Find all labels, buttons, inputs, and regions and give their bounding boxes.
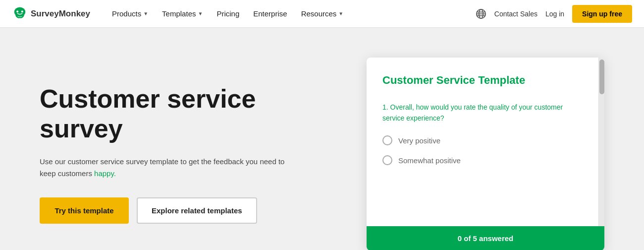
survey-question: 1. Overall, how would you rate the quali… bbox=[382, 102, 583, 124]
hero-left: Customer service survey Use our customer… bbox=[40, 84, 337, 224]
hero-desc-highlight: happy. bbox=[94, 169, 116, 178]
logo[interactable]: SurveyMonkey bbox=[12, 7, 90, 21]
logo-icon bbox=[12, 7, 28, 21]
survey-option-somewhat-positive[interactable]: Somewhat positive bbox=[382, 155, 583, 165]
radio-somewhat-positive[interactable] bbox=[382, 155, 392, 165]
login-button[interactable]: Log in bbox=[545, 10, 564, 18]
globe-icon[interactable] bbox=[476, 8, 486, 19]
nav-label-resources: Resources bbox=[301, 9, 337, 18]
hero-title: Customer service survey bbox=[40, 84, 337, 144]
navbar: SurveyMonkey Products ▼ Templates ▼ Pric… bbox=[0, 0, 644, 28]
chevron-down-icon: ▼ bbox=[338, 11, 343, 16]
hero-desc-text: Use our customer service survey template… bbox=[40, 157, 284, 178]
hero-description: Use our customer service survey template… bbox=[40, 156, 297, 180]
hero-buttons: Try this template Explore related templa… bbox=[40, 197, 337, 224]
scrollbar-thumb bbox=[599, 60, 604, 94]
chevron-down-icon: ▼ bbox=[198, 11, 203, 16]
survey-title: Customer Service Template bbox=[382, 73, 583, 88]
signup-button[interactable]: Sign up free bbox=[572, 5, 632, 23]
nav-item-pricing[interactable]: Pricing bbox=[211, 5, 245, 22]
nav-label-products: Products bbox=[112, 9, 141, 18]
nav-label-pricing: Pricing bbox=[216, 9, 239, 18]
option-label-very-positive: Very positive bbox=[398, 136, 440, 145]
nav-right: Contact Sales Log in Sign up free bbox=[476, 5, 632, 23]
hero-section: Customer service survey Use our customer… bbox=[0, 28, 644, 250]
logo-text: SurveyMonkey bbox=[31, 9, 90, 19]
survey-options: Very positive Somewhat positive bbox=[382, 135, 583, 177]
survey-card: Customer Service Template 1. Overall, ho… bbox=[367, 58, 604, 250]
nav-links: Products ▼ Templates ▼ Pricing Enterpris… bbox=[106, 5, 476, 22]
nav-item-products[interactable]: Products ▼ bbox=[106, 5, 154, 22]
nav-item-resources[interactable]: Resources ▼ bbox=[295, 5, 350, 22]
nav-item-templates[interactable]: Templates ▼ bbox=[156, 5, 209, 22]
radio-very-positive[interactable] bbox=[382, 135, 392, 145]
nav-label-enterprise: Enterprise bbox=[253, 9, 287, 18]
survey-footer[interactable]: 0 of 5 answered bbox=[367, 226, 604, 250]
nav-item-enterprise[interactable]: Enterprise bbox=[247, 5, 293, 22]
svg-point-2 bbox=[21, 10, 23, 12]
svg-point-1 bbox=[16, 10, 18, 12]
option-label-somewhat-positive: Somewhat positive bbox=[398, 156, 461, 165]
nav-label-templates: Templates bbox=[162, 9, 196, 18]
hero-right: Customer Service Template 1. Overall, ho… bbox=[367, 58, 604, 250]
explore-templates-button[interactable]: Explore related templates bbox=[137, 197, 257, 224]
scrollbar-track bbox=[598, 58, 604, 226]
try-template-button[interactable]: Try this template bbox=[40, 197, 129, 224]
survey-card-inner[interactable]: Customer Service Template 1. Overall, ho… bbox=[367, 58, 598, 226]
survey-option-very-positive[interactable]: Very positive bbox=[382, 135, 583, 145]
contact-sales-link[interactable]: Contact Sales bbox=[494, 10, 537, 18]
chevron-down-icon: ▼ bbox=[143, 11, 148, 16]
